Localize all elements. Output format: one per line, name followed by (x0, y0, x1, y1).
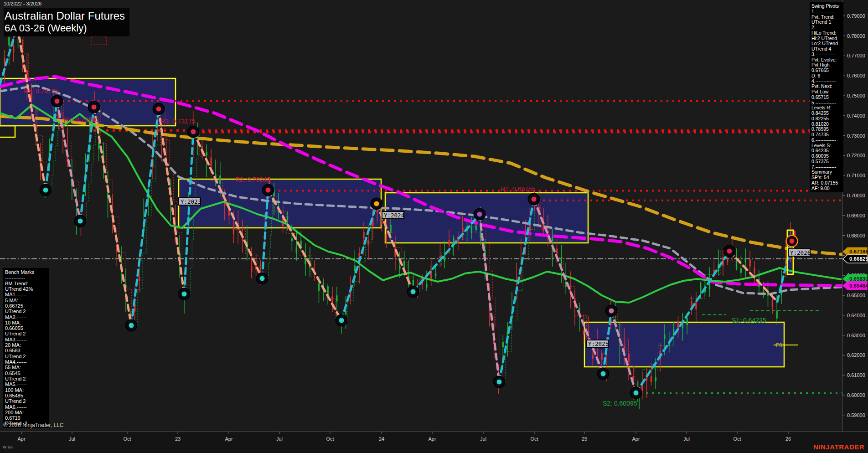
panel-line: 0.84255 (811, 111, 842, 116)
pivot-dot-core (156, 107, 161, 112)
panel-line: UTrend 2 (5, 309, 47, 314)
panel-line: AF: 9.00 (811, 186, 842, 191)
x-axis-label: Apr (632, 436, 640, 442)
bench-marks-title: Bench Marks (5, 269, 47, 275)
price-tag-value: 0.65830 (849, 276, 868, 282)
panel-line: ------------ (5, 275, 47, 280)
panel-line: 0.67665 (811, 68, 842, 73)
y-axis-label: 0.73000 (847, 133, 865, 139)
y-axis-label: 0.79000 (847, 13, 865, 19)
panel-line: 6.------------- (811, 138, 842, 143)
x-axis-label: 23 (175, 436, 181, 442)
pivot-dot-core (727, 249, 732, 254)
panel-line: 0.57375 (811, 159, 842, 165)
y-axis-label: 0.68000 (847, 233, 865, 238)
pivot-dot-core (477, 212, 482, 217)
panel-line: BM Trend: (5, 281, 47, 286)
y-axis-label: 0.63000 (847, 333, 865, 338)
price-chart-canvas[interactable]: R5: 0.74735R4: 0.73260R3: 0.73175R2: 0.7… (0, 0, 868, 453)
panel-line: 0.74735 (811, 132, 842, 138)
pivot-dot-core (182, 292, 187, 297)
pivot-dot-core (129, 323, 134, 328)
level-label-r4: R4: 0.73260 (64, 116, 98, 124)
chart-date-range: 10/2022 - 3/2026 (4, 1, 41, 6)
y-axis-label: 0.70000 (847, 193, 865, 198)
panel-line: 100 MA: (5, 387, 47, 393)
panel-line: UTrend 4 (811, 46, 842, 52)
y-axis-label: 0.75000 (847, 93, 865, 98)
panel-line: 0.6719 (5, 415, 47, 421)
pivot-dot-core (92, 105, 97, 110)
bench-marks-lines: ------------BM Trend:UTrend 42%MA1.-----… (5, 275, 47, 426)
pivot-dot-core (78, 219, 83, 224)
panel-line: D: 6 (811, 73, 842, 79)
panel-line: UTrend 2 (5, 398, 47, 404)
y-axis-label: 0.78000 (847, 33, 865, 39)
y-axis-label: 0.61000 (847, 372, 865, 378)
y-axis-label: 0.59000 (847, 412, 865, 418)
year-range-box (584, 322, 784, 367)
y-axis-label: 0.60000 (847, 392, 865, 398)
y-axis-label: 0.65000 (847, 293, 865, 298)
pivot-dot-core (609, 309, 614, 314)
swing-pivots-lines: 1.-------------Pvt. Trend:UTrend 12.----… (811, 9, 842, 191)
panel-line: MA4.------ (5, 359, 47, 365)
time-axis[interactable] (0, 432, 868, 453)
level-label-r3: R3: 0.73175 (160, 118, 195, 125)
ninjatrader-logo: NINJATRADER (813, 443, 864, 451)
panel-line: 0.6583 (5, 348, 47, 353)
panel-line: 200 MA: (5, 410, 47, 415)
chart-title: Australian Dollar Futures 6A 03-26 (Week… (4, 8, 129, 36)
pivot-dot-core (790, 239, 795, 244)
x-axis-label: Jul (276, 436, 283, 442)
price-tag-value: 0.67188 (849, 249, 868, 254)
level-label-s1: S1: 0.64235 (732, 317, 766, 324)
y-axis-label: 0.74000 (847, 113, 865, 118)
pivot-dot-core (43, 188, 48, 193)
panel-line: 1.------------- (811, 9, 842, 15)
x-axis-label: Apr (225, 436, 232, 442)
y-axis-label: 0.71000 (847, 173, 865, 178)
chart-title-line2: 6A 03-26 (Weekly) (5, 22, 125, 34)
pivot-dot-core (634, 391, 639, 396)
level-label-r5: R5: 0.74735 (24, 88, 58, 95)
panel-line: Pvt Low (811, 89, 842, 95)
panel-line: 0.60095 (811, 154, 842, 159)
chart-title-line1: Australian Dollar Futures (5, 10, 125, 22)
panel-line: 5 MA: (5, 298, 47, 303)
panel-line: MA3.------ (5, 337, 47, 342)
x-axis-label: Oct (733, 436, 741, 442)
instrument-tag: W 6A (3, 445, 13, 449)
pivot-dot-core (260, 276, 265, 281)
price-tag-value: 0.65484 (849, 283, 868, 288)
panel-line: 20 MA: (5, 342, 47, 348)
panel-line: 3.------------- (811, 52, 842, 57)
panel-line: 0.82255 (811, 116, 842, 122)
year-label: Y:2023 (181, 198, 201, 205)
y-axis-label: 0.77000 (847, 53, 865, 58)
y-axis-label: 0.69000 (847, 213, 865, 218)
panel-line: 55 MA: (5, 365, 47, 370)
x-axis-label: 24 (379, 436, 384, 442)
pivot-dot-core (191, 129, 196, 134)
x-axis-label: Jul (683, 436, 690, 442)
ninjatrader-window: R5: 0.74735R4: 0.73260R3: 0.73175R2: 0.7… (0, 0, 868, 453)
panel-line: UTrend 2 (5, 376, 47, 381)
bench-marks-panel: Bench Marks ------------BM Trend:UTrend … (3, 268, 49, 428)
panel-line: 10 MA: (5, 320, 47, 325)
x-axis-label: Oct (123, 436, 131, 442)
x-axis-label: 26 (785, 436, 791, 442)
year-label: Y:2024 (384, 212, 404, 219)
pivot-dot-core (532, 197, 537, 202)
panel-line: AR: 0.07155 (811, 180, 842, 186)
panel-line: 0.65485 (5, 393, 47, 398)
pivot-dot-core (497, 380, 502, 385)
panel-line: MA6.------ (5, 404, 47, 410)
panel-line: UTrend 2 (5, 331, 47, 336)
panel-line: 0.65715 (811, 95, 842, 100)
level-label-s2: S2: 0.60095 (603, 400, 637, 407)
pivot-dot-core (339, 318, 344, 323)
swing-pivots-title: Swing Pivots (811, 4, 842, 9)
swing-pivots-panel: Swing Pivots 1.-------------Pvt. Trend:U… (810, 2, 843, 192)
copyright-text: © 2026 NinjaTrader, LLC (3, 422, 63, 428)
